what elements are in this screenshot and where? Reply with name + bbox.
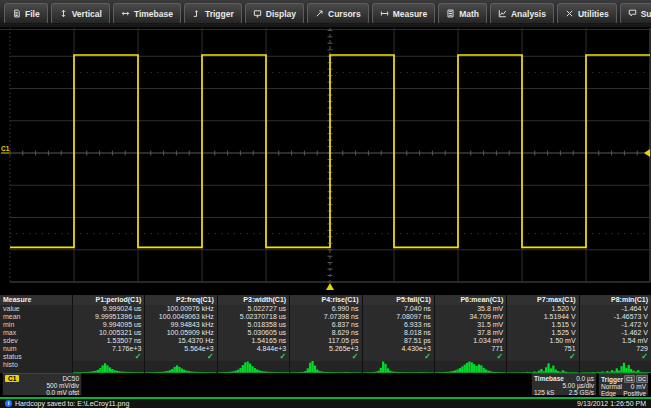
measure-max-p8: -1.462 V	[579, 329, 651, 337]
measure-histogram-p2	[144, 361, 216, 373]
measure-mean-p8: -1.46573 V	[579, 313, 651, 321]
measure-min-p4: 6.837 ns	[289, 321, 361, 329]
graticule: C1	[0, 28, 651, 295]
measure-col-header-p2[interactable]: P2:freq(C1)	[144, 295, 216, 305]
measure-min-p2: 99.94843 kHz	[144, 321, 216, 329]
menu-item-file[interactable]: File	[4, 3, 48, 24]
measure-max-p6: 37.8 mV	[434, 329, 506, 337]
waveform-display-area: C1	[0, 28, 651, 295]
menu-item-label: Support	[641, 9, 651, 19]
cursor-arrow-icon	[315, 9, 324, 18]
channel-offset: 0.0 mV ofst	[46, 389, 79, 396]
menu-item-label: Vertical	[72, 9, 102, 19]
measure-sdev-p1: 1.53507 ns	[72, 337, 144, 345]
file-icon	[12, 9, 21, 18]
measure-min-p7: 1.515 V	[506, 321, 578, 329]
menu-item-label: Cursors	[328, 9, 361, 19]
measure-status-p1: ✓	[72, 353, 144, 361]
menu-item-timebase[interactable]: Timebase	[113, 3, 181, 24]
calculator-icon	[446, 9, 455, 18]
menu-item-trigger[interactable]: Trigger	[184, 3, 242, 24]
measure-value-p6: 35.8 mV	[434, 305, 506, 313]
measure-col-header-p7[interactable]: P7:max(C1)	[506, 295, 578, 305]
measure-table-corner-label: Measure	[0, 295, 72, 305]
measure-status-p6: ✓	[434, 353, 506, 361]
measure-col-header-p1[interactable]: P1:period(C1)	[72, 295, 144, 305]
measure-histogram-p5	[362, 361, 434, 373]
menu-item-analysis[interactable]: Analysis	[490, 3, 554, 24]
menu-item-cursors[interactable]: Cursors	[307, 3, 369, 24]
measure-histogram-p3	[217, 361, 289, 373]
trigger-mode: Normal	[601, 383, 622, 390]
measure-min-p5: 6.933 ns	[362, 321, 434, 329]
channel-scale: 500 mV/div	[46, 382, 79, 389]
trigger-source-chip: C1	[624, 375, 635, 383]
info-icon: i	[5, 400, 12, 407]
measure-value-p2: 100.00976 kHz	[144, 305, 216, 313]
measure-histogram-p1	[72, 361, 144, 373]
measure-col-header-p4[interactable]: P4:rise(C1)	[289, 295, 361, 305]
measure-num-p5: 4.430e+3	[362, 345, 434, 353]
measure-row-label-num: num	[0, 345, 72, 353]
measure-status-p2: ✓	[144, 353, 216, 361]
timebase-label: Timebase	[534, 375, 564, 382]
menu-item-display[interactable]: Display	[245, 3, 304, 24]
measure-max-p4: 8.629 ns	[289, 329, 361, 337]
utilities-cross-icon	[565, 9, 574, 18]
menu-item-measure[interactable]: Measure	[372, 3, 436, 24]
measure-histogram-p4	[289, 361, 361, 373]
menu-item-label: Display	[266, 9, 296, 19]
channel-zero-marker-c1[interactable]: C1	[1, 145, 10, 152]
measure-max-p2: 100.05909 kHz	[144, 329, 216, 337]
trigger-descriptor[interactable]: Trigger C1 DC Normal 0 mV Edge Positive	[598, 373, 649, 396]
measure-status-p4: ✓	[289, 353, 361, 361]
measure-mean-p7: 1.51944 V	[506, 313, 578, 321]
measure-mean-p2: 100.0049063 kHz	[144, 313, 216, 321]
menu-item-math[interactable]: Math	[438, 3, 487, 24]
measure-num-p6: 771	[434, 345, 506, 353]
measure-num-p1: 7.176e+3	[72, 345, 144, 353]
measure-mean-p4: 7.07398 ns	[289, 313, 361, 321]
status-message: Hardcopy saved to: E:\LeCroy11.png	[15, 400, 129, 407]
measure-num-p4: 5.265e+3	[289, 345, 361, 353]
channel-badge-c1[interactable]: C1	[5, 375, 19, 382]
measure-min-p1: 9.994095 us	[72, 321, 144, 329]
trigger-coupling-chip: DC	[636, 375, 648, 383]
measure-max-p5: 8.018 ns	[362, 329, 434, 337]
descriptor-strip: C1 DC50 500 mV/div 0.0 mV ofst Timebase …	[0, 373, 651, 397]
menu-item-vertical[interactable]: Vertical	[51, 3, 110, 24]
trigger-edge-icon	[192, 9, 201, 18]
measure-value-p4: 6.990 ns	[289, 305, 361, 313]
measure-sdev-p7: 1.50 mV	[506, 337, 578, 345]
oscilloscope-app: FileVerticalTimebaseTriggerDisplayCursor…	[0, 0, 651, 408]
measure-col-header-p3[interactable]: P3:width(C1)	[217, 295, 289, 305]
menu-bar: FileVerticalTimebaseTriggerDisplayCursor…	[0, 0, 651, 28]
measure-sdev-p8: 1.54 mV	[579, 337, 651, 345]
measure-mean-p1: 9.99951396 us	[72, 313, 144, 321]
measure-table: MeasureP1:period(C1)P2:freq(C1)P3:width(…	[0, 295, 651, 373]
measure-sdev-p6: 1.034 mV	[434, 337, 506, 345]
measure-mean-p3: 5.02370718 us	[217, 313, 289, 321]
analysis-chart-icon	[498, 9, 507, 18]
measure-col-header-p6[interactable]: P6:mean(C1)	[434, 295, 506, 305]
speech-bubble-icon	[628, 9, 637, 18]
measure-row-label-max: max	[0, 329, 72, 337]
menu-item-label: Measure	[393, 9, 428, 19]
menu-item-utilities[interactable]: Utilities	[557, 3, 617, 24]
measure-status-p8: ✓	[579, 353, 651, 361]
measure-status-p7: ✓	[506, 353, 578, 361]
timebase-descriptor[interactable]: Timebase 0.0 µs 5.00 µs/div 125 kS 2.5 G…	[531, 373, 597, 396]
channel-descriptor-c1[interactable]: C1 DC50 500 mV/div 0.0 mV ofst	[2, 373, 82, 396]
measure-num-p3: 4.844e+3	[217, 345, 289, 353]
timebase-scale: 5.00 µs/div	[562, 382, 594, 389]
measure-min-p8: -1.472 V	[579, 321, 651, 329]
measure-value-p7: 1.520 V	[506, 305, 578, 313]
channel-coupling: DC50	[62, 375, 79, 382]
measure-histogram-p7	[506, 361, 578, 373]
menu-item-support[interactable]: Support	[620, 3, 651, 24]
vertical-arrows-icon	[59, 9, 68, 18]
measure-row-label-min: min	[0, 321, 72, 329]
measure-row-label-histo: histo	[0, 361, 72, 373]
measure-col-header-p5[interactable]: P5:fall(C1)	[362, 295, 434, 305]
measure-col-header-p8[interactable]: P8:min(C1)	[579, 295, 651, 305]
